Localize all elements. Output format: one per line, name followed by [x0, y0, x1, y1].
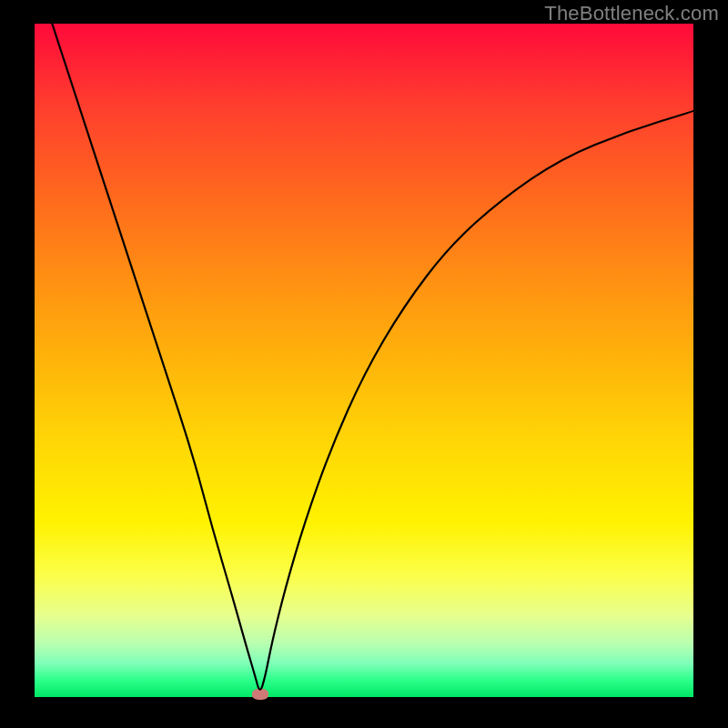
watermark-text: TheBottleneck.com	[544, 2, 719, 25]
bottleneck-curve-svg	[35, 24, 693, 697]
chart-frame: TheBottleneck.com	[0, 0, 728, 728]
bottleneck-curve-path	[35, 24, 693, 690]
